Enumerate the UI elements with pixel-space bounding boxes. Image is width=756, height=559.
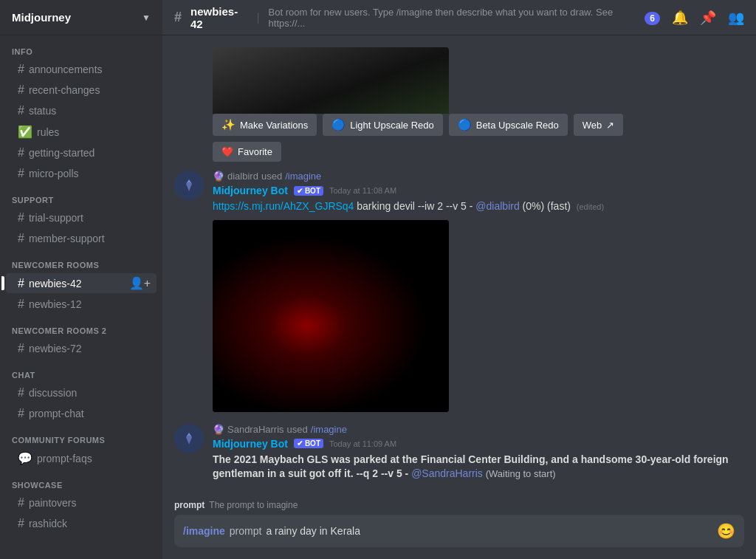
messages-area: ✨ Make Variations 🔵 Light Upscale Redo 🔵… [162,35,756,500]
message-group-1: 🔮 dialbird used /imagine Midjourney Bot … [174,171,744,412]
add-member-icon[interactable]: 👤+ [129,276,151,290]
hash-icon: # [18,407,24,420]
sidebar-item-paintovers[interactable]: # paintovers [6,493,157,512]
section-showcase: SHOWCASE [0,469,162,493]
sidebar-item-micro-polls[interactable]: # micro-polls [6,164,157,183]
image-action-buttons: ✨ Make Variations 🔵 Light Upscale Redo 🔵… [213,114,744,136]
hash-icon: # [18,83,24,97]
sidebar-item-trial-support[interactable]: # trial-support [6,208,157,227]
prompt-hint-text: The prompt to imagine [209,500,298,510]
variations-icon: ✨ [221,118,236,131]
members-icon[interactable]: 👥 [728,10,744,26]
input-row: /imagine prompt 😊 [174,515,744,547]
message-content-1: 🔮 dialbird used /imagine Midjourney Bot … [213,171,744,412]
input-area: prompt The prompt to imagine /imagine pr… [162,500,756,559]
external-link-icon: ↗ [606,120,614,131]
sender-name-1: Midjourney Bot [213,185,288,196]
make-variations-button[interactable]: ✨ Make Variations [213,114,317,136]
web-button[interactable]: Web ↗ [574,114,624,136]
sidebar-item-getting-started[interactable]: # getting-started [6,143,157,162]
message-text-1: https://s.mj.run/AhZX_GJRSq4 barking dev… [213,199,744,214]
hash-icon: # [18,104,24,117]
sidebar-item-newbies-12[interactable]: # newbies-12 [6,295,157,314]
section-chat: CHAT [0,359,162,383]
header-icons: 6 🔔 📌 👥 [645,10,744,26]
channel-hash-icon: # [174,10,182,25]
sidebar-item-rashidck[interactable]: # rashidck [6,514,157,533]
main-content: # newbies-42 | Bot room for new users. T… [162,0,756,559]
mention-1: @dialbird [475,200,519,212]
heart-icon: ❤️ [221,146,233,157]
checkmark-icon-2: ✔ [297,439,303,447]
pin-icon[interactable]: 📌 [700,10,716,26]
section-info: INFO [0,35,162,59]
sidebar-item-rules[interactable]: ✅ rules [6,122,157,142]
divider: | [256,11,259,24]
partial-image [213,47,449,114]
sidebar-item-recent-changes[interactable]: # recent-changes [6,80,157,100]
message-content-2: 🔮 SandraHarris used /imagine Midjourney … [213,424,744,481]
sidebar-item-prompt-chat[interactable]: # prompt-chat [6,404,157,423]
server-chevron: ▼ [142,13,151,23]
avatar-bot-1 [174,171,204,200]
hash-icon: # [18,298,24,311]
check-icon: ✅ [18,125,32,139]
sidebar: Midjourney ▼ INFO # announcements # rece… [0,0,162,559]
hash-icon: # [18,517,24,530]
sender-name-2: Midjourney Bot [213,438,288,450]
forum-icon: 💬 [18,451,32,465]
message-link-1[interactable]: https://s.mj.run/AhZX_GJRSq4 [213,200,354,212]
mention-2: @SandraHarris [411,467,483,479]
avatar-bot-2 [174,424,204,453]
slash-command: /imagine [183,525,225,537]
bell-icon[interactable]: 🔔 [672,10,688,26]
message-text-2: The 2021 Maybach GLS was parked at the F… [213,453,744,481]
used-line-1: 🔮 dialbird used /imagine [213,171,744,182]
hash-icon: # [18,167,24,180]
waiting-status-2: (Waiting to start) [486,468,556,479]
message-meta-1: Midjourney Bot ✔ BOT Today at 11:08 AM [213,185,744,196]
used-icon: 🔮 [213,171,224,182]
sidebar-item-newbies-42[interactable]: # newbies-42 👤+ [6,273,157,293]
server-header[interactable]: Midjourney ▼ [0,0,162,35]
sidebar-item-discussion[interactable]: # discussion [6,383,157,402]
hash-icon: # [18,211,24,224]
sidebar-item-status[interactable]: # status [6,101,157,120]
section-support: SUPPORT [0,184,162,208]
server-name: Midjourney [12,11,71,24]
section-newcomer: NEWCOMER ROOMS [0,249,162,272]
used-icon-2: 🔮 [213,424,224,435]
emoji-button[interactable]: 😊 [717,522,735,540]
sidebar-item-prompt-faqs[interactable]: 💬 prompt-faqs [6,448,157,468]
prompt-hint: prompt The prompt to imagine [174,500,744,510]
beta-icon: 🔵 [458,118,472,131]
hash-icon: # [18,63,24,76]
timestamp-2: Today at 11:09 AM [329,439,396,448]
timestamp-1: Today at 11:08 AM [329,186,396,195]
bot-badge-1: ✔ BOT [294,186,323,196]
section-newcomer2: NEWCOMER ROOMS 2 [0,315,162,338]
imagine-cmd-1: /imagine [285,171,321,182]
checkmark-icon: ✔ [297,187,303,195]
sidebar-item-announcements[interactable]: # announcements [6,60,157,79]
beta-upscale-redo-button[interactable]: 🔵 Beta Upscale Redo [449,114,568,136]
message-meta-2: Midjourney Bot ✔ BOT Today at 11:09 AM [213,438,744,450]
channel-description: Bot room for new users. Type /imagine th… [269,7,636,29]
sidebar-item-member-support[interactable]: # member-support [6,229,157,248]
section-community: COMMUNITY FORUMS [0,424,162,447]
upscale-icon: 🔵 [331,118,346,131]
message-group-2: 🔮 SandraHarris used /imagine Midjourney … [174,424,744,481]
hash-icon: # [18,386,24,399]
bot-badge-2: ✔ BOT [294,439,323,448]
sidebar-item-newbies-72[interactable]: # newbies-72 [6,339,157,358]
message-input[interactable] [266,525,711,537]
channel-name: newbies-42 [190,5,247,30]
message-image-1 [213,220,449,412]
hash-icon: # [18,496,24,510]
channel-header: # newbies-42 | Bot room for new users. T… [162,0,756,35]
command-name: prompt [230,525,262,537]
favorite-button[interactable]: ❤️ Favorite [213,142,281,162]
top-image-partial [213,47,744,114]
light-upscale-redo-button[interactable]: 🔵 Light Upscale Redo [323,114,442,136]
member-count-badge: 6 [645,10,660,25]
